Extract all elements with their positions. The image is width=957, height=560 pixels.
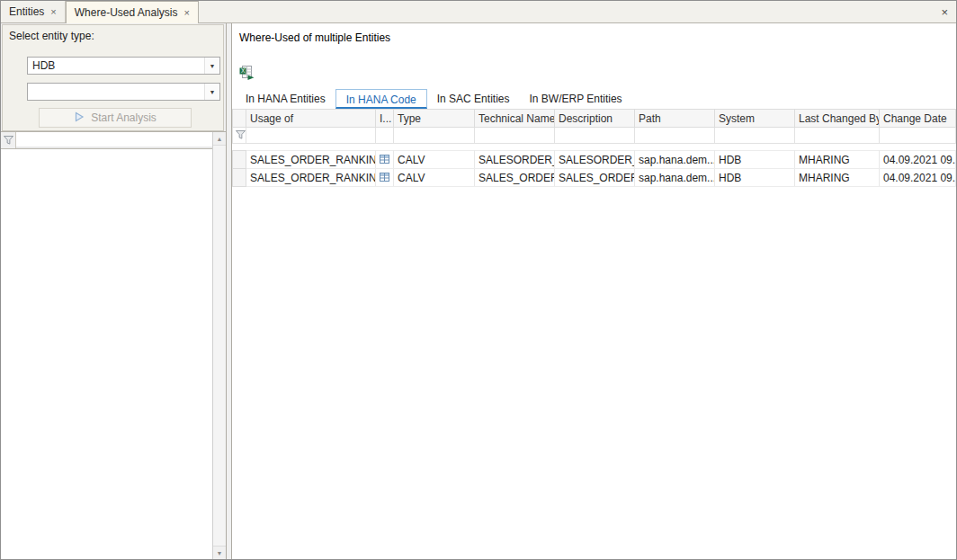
column-header[interactable]: I...: [376, 110, 394, 128]
window-tab-where-used-analysis[interactable]: Where-Used Analysis×: [66, 1, 199, 23]
filter-icon: [4, 136, 13, 145]
calculation-view-icon-cell: [376, 169, 394, 187]
column-header[interactable]: System: [715, 110, 795, 128]
scroll-down-icon[interactable]: ▼: [213, 546, 226, 559]
entity-selection-panel: Select entity type: HDB ▼ ▼ Start Analys…: [1, 23, 227, 559]
grid-header-row: Usage ofI...TypeTechnical NameDescriptio…: [233, 110, 956, 128]
where-used-results-panel: Where-Used of multiple Entities X In HAN…: [231, 23, 956, 559]
results-tab-bar: In HANA EntitiesIn HANA CodeIn SAC Entit…: [232, 89, 956, 109]
filter-cell[interactable]: [246, 128, 376, 144]
export-to-excel-button[interactable]: X: [237, 65, 255, 82]
start-analysis-button[interactable]: Start Analysis: [39, 108, 192, 128]
filter-row-indicator[interactable]: [233, 128, 246, 144]
grid-row[interactable]: SALES_ORDER_RANKINGCALVSALESORDER_...SAL…: [233, 151, 956, 169]
tab-in-sac-entities[interactable]: In SAC Entities: [427, 89, 520, 109]
grid-cell[interactable]: 04.09.2021 09...: [880, 151, 956, 169]
column-header[interactable]: Technical Name: [475, 110, 555, 128]
filter-cell[interactable]: [376, 128, 394, 144]
entity-list: ▲ ▼: [1, 131, 226, 559]
app-window: Entities×Where-Used Analysis× × Select e…: [0, 0, 957, 560]
grid-cell[interactable]: SALES_ORDER_RANKING: [246, 151, 376, 169]
results-table: Usage ofI...TypeTechnical NameDescriptio…: [232, 109, 956, 187]
column-header[interactable]: Path: [635, 110, 715, 128]
results-grid: Usage ofI...TypeTechnical NameDescriptio…: [232, 109, 956, 187]
chevron-down-icon[interactable]: ▼: [204, 84, 219, 100]
tab-in-hana-code[interactable]: In HANA Code: [335, 89, 427, 109]
svg-text:X: X: [241, 67, 246, 74]
window-tab-label: Entities: [9, 5, 44, 18]
play-icon: [74, 111, 85, 125]
results-title: Where-Used of multiple Entities: [239, 31, 390, 44]
grid-filter-row: [233, 128, 956, 144]
row-indicator: [233, 169, 246, 187]
tab-in-bw-erp-entities[interactable]: In BW/ERP Entities: [519, 89, 631, 109]
grid-cell[interactable]: MHARING: [795, 169, 880, 187]
grid-cell[interactable]: SALESORDER_...: [555, 151, 635, 169]
entity-list-filter-row: [1, 132, 212, 149]
grid-cell[interactable]: CALV: [394, 151, 475, 169]
grid-corner: [233, 110, 246, 128]
entity-type-combobox-value: HDB: [28, 59, 204, 72]
grid-cell[interactable]: SALES_ORDER...: [555, 169, 635, 187]
grid-cell[interactable]: MHARING: [795, 151, 880, 169]
grid-cell[interactable]: sap.hana.dem...: [635, 151, 715, 169]
filter-cell[interactable]: [475, 128, 555, 144]
column-header[interactable]: Usage of: [246, 110, 376, 128]
row-indicator: [233, 151, 246, 169]
entity-type-combobox[interactable]: HDB ▼: [27, 57, 220, 75]
grid-cell[interactable]: SALES_ORDER_RANKING: [246, 169, 376, 187]
entity-list-header-cell[interactable]: [16, 132, 212, 148]
filter-cell[interactable]: [394, 128, 475, 144]
filter-cell[interactable]: [880, 128, 956, 144]
column-header[interactable]: Change Date: [880, 110, 956, 128]
grid-cell[interactable]: HDB: [715, 151, 795, 169]
grid-row[interactable]: SALES_ORDER_RANKINGCALVSALES_ORDER...SAL…: [233, 169, 956, 187]
entity-type-group: Select entity type: HDB ▼ ▼ Start Analys…: [2, 24, 224, 131]
filter-cell[interactable]: [555, 128, 635, 144]
tab-in-hana-entities[interactable]: In HANA Entities: [236, 89, 335, 109]
grid-spacer: [233, 144, 956, 151]
filter-cell[interactable]: [715, 128, 795, 144]
grid-cell[interactable]: sap.hana.dem...: [635, 169, 715, 187]
calculation-view-icon: [379, 172, 390, 182]
grid-cell[interactable]: CALV: [394, 169, 475, 187]
filter-cell[interactable]: [635, 128, 715, 144]
scroll-up-icon[interactable]: ▲: [213, 132, 226, 146]
column-header[interactable]: Last Changed By: [795, 110, 880, 128]
vertical-scrollbar[interactable]: ▲ ▼: [212, 132, 226, 559]
filter-gutter[interactable]: [1, 132, 16, 148]
entity-combobox[interactable]: ▼: [27, 83, 220, 101]
grid-cell[interactable]: 04.09.2021 09...: [880, 169, 956, 187]
window-tab-entities[interactable]: Entities×: [1, 1, 66, 22]
grid-cell[interactable]: HDB: [715, 169, 795, 187]
close-icon[interactable]: ×: [933, 5, 956, 19]
calculation-view-icon: [379, 154, 390, 164]
calculation-view-icon-cell: [376, 151, 394, 169]
column-header[interactable]: Type: [394, 110, 475, 128]
window-tab-label: Where-Used Analysis: [75, 6, 178, 19]
grid-cell[interactable]: SALES_ORDER...: [475, 169, 555, 187]
start-analysis-label: Start Analysis: [91, 111, 157, 124]
tab-close-icon[interactable]: ×: [184, 8, 190, 18]
column-header[interactable]: Description: [555, 110, 635, 128]
tab-close-icon[interactable]: ×: [50, 7, 56, 17]
filter-cell[interactable]: [795, 128, 880, 144]
filter-icon: [236, 130, 246, 139]
entity-type-caption: Select entity type:: [3, 25, 223, 42]
excel-icon: X: [239, 66, 255, 81]
grid-cell[interactable]: SALESORDER_...: [475, 151, 555, 169]
window-tab-bar: Entities×Where-Used Analysis× ×: [1, 1, 956, 23]
chevron-down-icon[interactable]: ▼: [204, 58, 219, 74]
tabbar-spacer: [199, 1, 933, 22]
